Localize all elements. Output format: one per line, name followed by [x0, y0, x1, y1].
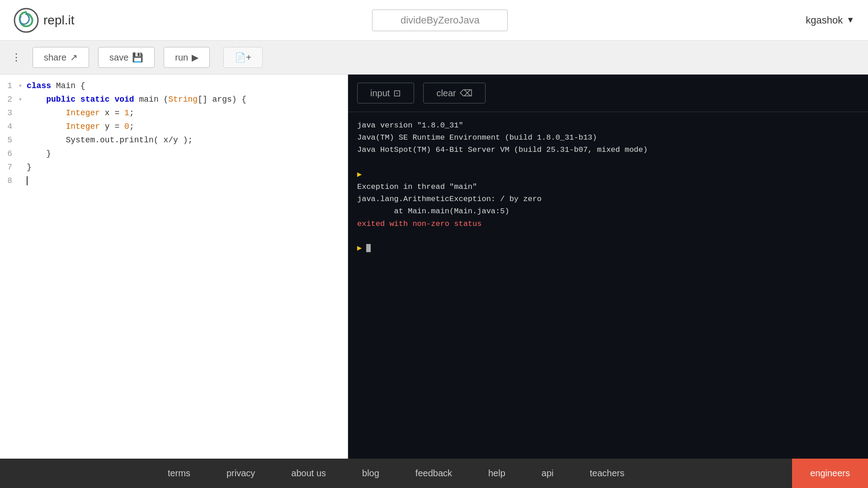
clear-icon: ⌫ — [460, 88, 472, 99]
console-line: Java HotSpot(TM) 64-Bit Server VM (build… — [357, 144, 859, 156]
replit-logo-icon — [14, 8, 39, 33]
engineers-button[interactable]: engineers — [792, 459, 868, 488]
main-content: 1 ▾ class Main { 2 ▾ public static void … — [0, 75, 868, 459]
clear-label: clear — [436, 88, 456, 99]
console-line: Exception in thread "main" — [357, 181, 859, 193]
code-line: 8 — [0, 174, 348, 188]
footer-help-link[interactable]: help — [470, 468, 524, 479]
share-icon: ↗ — [70, 52, 78, 63]
save-button[interactable]: save 💾 — [98, 47, 155, 68]
console-line — [357, 230, 859, 242]
editor-panel[interactable]: 1 ▾ class Main { 2 ▾ public static void … — [0, 75, 348, 459]
console-panel: input ⊡ clear ⌫ java version "1.8.0_31" … — [348, 75, 868, 459]
footer-terms-link[interactable]: terms — [150, 468, 208, 479]
footer-links: terms privacy about us blog feedback hel… — [0, 468, 792, 479]
user-dropdown-icon: ▼ — [846, 15, 854, 25]
console-line: at Main.main(Main.java:5) — [357, 205, 859, 217]
username-label: kgashok — [806, 14, 843, 26]
console-error-line: exited with non-zero status — [357, 218, 859, 230]
footer-blog-link[interactable]: blog — [344, 468, 397, 479]
code-line: 5 System.out.println( x/y ); — [0, 133, 348, 147]
footer-aboutus-link[interactable]: about us — [273, 468, 344, 479]
input-icon: ⊡ — [393, 88, 401, 99]
fold-icon[interactable]: ▾ — [16, 93, 25, 106]
footer-feedback-link[interactable]: feedback — [397, 468, 470, 479]
console-line — [357, 156, 859, 169]
input-label: input — [370, 88, 390, 99]
new-file-icon: 📄+ — [235, 52, 251, 63]
clear-button[interactable]: clear ⌫ — [423, 83, 485, 103]
header: repl.it divideByZeroJava kgashok ▼ — [0, 0, 868, 41]
share-label: share — [44, 52, 66, 63]
code-line: 7 } — [0, 160, 348, 174]
user-menu[interactable]: kgashok ▼ — [806, 14, 854, 26]
footer-teachers-link[interactable]: teachers — [572, 468, 643, 479]
logo-area: repl.it — [14, 8, 74, 33]
console-prompt: ▶ — [357, 169, 859, 181]
input-button[interactable]: input ⊡ — [357, 83, 414, 103]
menu-icon[interactable]: ⋮ — [9, 49, 24, 66]
console-cursor — [366, 244, 371, 252]
new-file-button[interactable]: 📄+ — [223, 47, 263, 68]
code-editor[interactable]: 1 ▾ class Main { 2 ▾ public static void … — [0, 75, 348, 459]
logo-text: repl.it — [43, 13, 74, 28]
code-line: 2 ▾ public static void main (String[] ar… — [0, 93, 348, 106]
code-line: 1 ▾ class Main { — [0, 79, 348, 93]
toolbar: ⋮ share ↗ save 💾 run ▶ 📄+ — [0, 41, 868, 75]
engineers-label: engineers — [810, 468, 850, 479]
console-output: java version "1.8.0_31" Java(TM) SE Runt… — [348, 112, 868, 459]
console-prompt-symbol: ▶ — [357, 244, 362, 253]
save-label: save — [109, 52, 128, 63]
save-icon: 💾 — [132, 52, 143, 63]
footer-api-link[interactable]: api — [524, 468, 572, 479]
console-line: java.lang.ArithmeticException: / by zero — [357, 193, 859, 205]
console-line: java version "1.8.0_31" — [357, 119, 859, 131]
fold-icon[interactable]: ▾ — [16, 79, 25, 93]
console-toolbar: input ⊡ clear ⌫ — [348, 75, 868, 112]
share-button[interactable]: share ↗ — [33, 47, 89, 68]
code-line: 3 Integer x = 1; — [0, 106, 348, 120]
footer-privacy-link[interactable]: privacy — [208, 468, 273, 479]
run-button[interactable]: run ▶ — [164, 47, 210, 68]
repl-name-display[interactable]: divideByZeroJava — [372, 9, 508, 31]
console-prompt-line: ▶ — [357, 242, 859, 254]
code-line: 6 } — [0, 147, 348, 160]
run-icon: ▶ — [192, 52, 198, 63]
run-label: run — [175, 52, 188, 63]
console-line: Java(TM) SE Runtime Environment (build 1… — [357, 131, 859, 144]
code-line: 4 Integer y = 0; — [0, 120, 348, 133]
footer: terms privacy about us blog feedback hel… — [0, 459, 868, 488]
